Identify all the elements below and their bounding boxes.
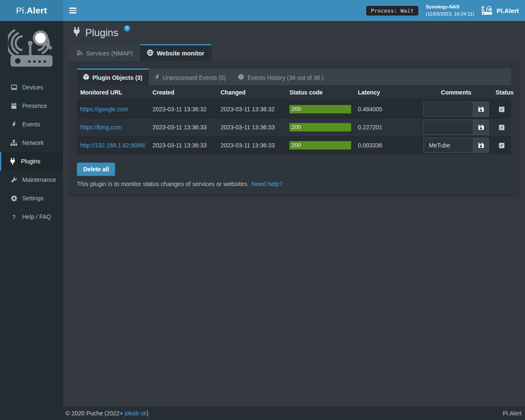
tab-label: Plugin Objects (3) [92,74,142,81]
col-monitored-url: Monitored URL [77,85,149,100]
comment-input[interactable] [423,138,473,153]
plugin-tabs: Services (NMAP) Website monitor [69,44,525,61]
sidebar-item-maintenance[interactable]: Maintenance [0,171,63,189]
tab-plugin-objects[interactable]: Plugin Objects (3) [77,68,149,85]
copyright-prefix: © 2020 Puche (2022+ [66,410,125,417]
sitemap-icon [10,140,18,146]
plug-icon [9,158,16,165]
page-title-label: Plugins [85,27,118,39]
cube-icon [83,74,89,81]
tab-website-monitor[interactable]: Website monitor [140,44,211,61]
device-info: Synology-NAS (11/03/2023, 16:24:11) [426,3,474,17]
col-status: Status [492,85,511,100]
table-header-row: Monitored URL Created Changed Status cod… [77,85,511,100]
sidebar-item-network[interactable]: Network [0,134,63,152]
sidebar-item-events[interactable]: Events [0,115,63,134]
plugin-description: This plugin is to monitor status changes… [77,181,511,187]
sidebar-toggle-button[interactable] [69,6,79,15]
header-brand-label: Pi.Alert [496,7,519,14]
tab-events-history[interactable]: Events History (36 out of 36 ) [232,68,330,85]
created-cell: 2023-03-11 13:36:33 [149,118,217,136]
copyright-suffix: ) [147,410,149,417]
app-logo-alert: Alert [26,5,47,16]
router-logo [0,21,63,72]
status-code-badge: 200 [289,105,351,113]
changed-cell: 2023-03-11 13:36:33 [217,136,286,155]
laptop-icon [10,84,18,90]
title-help-badge[interactable]: ? [124,25,130,32]
question-icon: ? [10,213,18,220]
copyright: © 2020 Puche (2022+ jokob-sk) [66,410,149,417]
status-checkbox[interactable]: ✓ [499,125,504,130]
delete-all-button[interactable]: Delete all [77,163,115,176]
calendar-icon [10,103,18,109]
col-changed: Changed [217,85,286,100]
table-row: http://192.168.1.82:8086/ 2023-03-11 13:… [77,136,511,155]
col-status-code: Status code [286,85,354,100]
gear-icon [10,195,18,202]
changed-cell: 2023-03-11 13:36:33 [217,118,286,136]
router-logo-icon [481,5,493,16]
status-code-badge: 200 [289,141,351,150]
save-comment-button[interactable] [473,138,489,153]
status-checkbox[interactable]: ✓ [499,143,504,148]
floppy-icon [478,124,484,130]
sidebar-item-presence[interactable]: Presence [0,97,63,115]
floppy-icon [478,106,484,112]
sidebar-item-label: Plugins [21,158,40,165]
app-logo[interactable]: Pi.Alert [0,0,63,21]
created-cell: 2023-03-11 13:36:33 [149,136,217,155]
process-status-badge: Process: Wait [366,6,418,16]
plug-icon [73,27,81,39]
tab-label: Events History (36 out of 36 ) [247,74,323,81]
bolt-icon [10,121,18,127]
sidebar-item-label: Network [22,139,44,146]
table-row: https://bing.com 2023-03-11 13:36:33 202… [77,118,511,136]
status-code-badge: 200 [289,123,351,131]
monitored-url-link[interactable]: http://192.168.1.82:8086/ [80,142,146,149]
col-created: Created [149,85,217,100]
footer-brand: Pi.Alert [503,410,522,417]
table-row: https://google.com 2023-03-11 13:36:32 2… [77,100,511,118]
sidebar-item-label: Presence [22,102,47,109]
comment-input[interactable] [423,120,473,135]
device-timestamp: (11/03/2023, 16:24:11) [426,10,474,18]
monitored-url-link[interactable]: https://google.com [80,106,128,113]
need-help-link[interactable]: Need help? [251,181,282,187]
main-content: Plugins ? Services (NMAP) Website monito… [63,21,525,407]
changed-cell: 2023-03-11 13:36:32 [217,100,286,118]
latency-cell: 0.227201 [354,118,420,136]
status-checkbox[interactable]: ✓ [499,107,504,112]
col-latency: Latency [354,85,420,100]
broadcast-icon [76,50,83,57]
sidebar-item-settings[interactable]: Settings [0,189,63,207]
sidebar-item-label: Events [22,121,40,128]
clock-icon [238,74,244,81]
sidebar-item-devices[interactable]: Devices [0,78,63,97]
sidebar-item-plugins[interactable]: Plugins [0,152,63,171]
comment-input[interactable] [423,102,473,117]
device-name: Synology-NAS [426,3,474,10]
tab-label: Services (NMAP) [86,50,133,57]
header-brand[interactable]: Pi.Alert [481,5,519,16]
tab-services-nmap[interactable]: Services (NMAP) [69,44,140,61]
latency-cell: 0.003336 [354,136,420,155]
jokob-sk-link[interactable]: jokob-sk [125,410,147,417]
plugin-description-text: This plugin is to monitor status changes… [77,181,249,187]
navbar: Process: Wait Synology-NAS (11/03/2023, … [63,0,525,21]
sidebar-item-label: Maintenance [22,176,56,183]
sidebar-item-label: Settings [22,195,44,202]
save-comment-button[interactable] [473,102,489,117]
sidebar-item-help-faq[interactable]: ? Help / FAQ [0,207,63,226]
sidebar-item-label: Help / FAQ [22,213,51,220]
top-header: Pi.Alert Process: Wait Synology-NAS (11/… [0,0,525,21]
monitored-url-link[interactable]: https://bing.com [80,124,122,131]
plugin-box: Plugin Objects (3) Unprocessed Events (0… [69,61,519,195]
tab-unprocessed-events[interactable]: Unprocessed Events (0) [149,68,232,85]
tab-label: Website monitor [157,50,204,57]
page-footer: © 2020 Puche (2022+ jokob-sk) Pi.Alert [63,407,525,420]
page-title: Plugins ? [73,27,525,39]
bolt-icon [155,74,159,81]
sidebar: Devices Presence Events Network Plugins … [0,21,63,420]
save-comment-button[interactable] [473,120,489,135]
